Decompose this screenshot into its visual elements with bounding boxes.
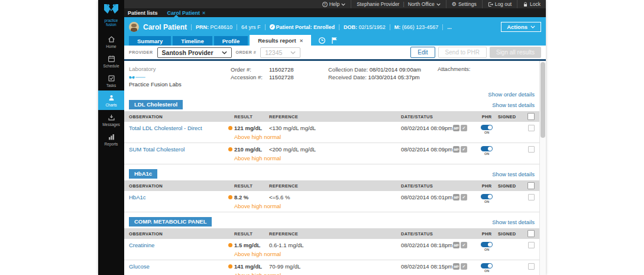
abnormal-dot — [228, 126, 232, 130]
result-value: 121 mg/dL — [234, 125, 262, 131]
show-test-details-link[interactable]: Show test details — [492, 102, 535, 108]
order-number-dropdown[interactable]: 12345 — [260, 47, 300, 58]
select-all-checkbox[interactable] — [528, 230, 535, 237]
mp-badge[interactable]: MP — [453, 242, 459, 248]
sidebar-item-label: Reports — [105, 142, 118, 146]
tab-patient-lists[interactable]: Patient lists — [128, 10, 158, 16]
mp-badge[interactable]: MP — [453, 194, 459, 200]
mp-badge[interactable]: MP — [453, 125, 459, 131]
actions-button[interactable]: Actions — [501, 22, 541, 32]
sign-checkbox[interactable] — [528, 125, 535, 131]
sign-all-results-button[interactable]: Sign all results — [490, 47, 541, 58]
signed-check-icon[interactable]: ✓ — [461, 263, 467, 270]
sign-checkbox[interactable] — [528, 263, 535, 270]
schedule-icon — [108, 55, 115, 63]
observation-link[interactable]: Glucose — [129, 263, 150, 270]
result-row: HbA1c 8.2 % Above high normal <=5.6 % 08… — [124, 191, 539, 212]
phr-state: ON — [484, 248, 489, 251]
flag-icon[interactable] — [331, 37, 338, 44]
collection-date: Collection Date: 08/01/2014 09:00am — [328, 66, 438, 73]
section-title-badge: COMP. METABOLIC PANEL — [129, 217, 212, 227]
patient-tab-bar: Patient lists Carol Patient × — [124, 8, 546, 17]
show-test-details-link[interactable]: Show test details — [492, 171, 535, 177]
logout-button[interactable]: Log out — [482, 0, 517, 8]
patient-dob: DOB: 02/15/1952 — [344, 24, 386, 30]
logout-icon — [488, 2, 493, 7]
mp-badge[interactable]: MP — [453, 263, 459, 270]
signed-check-icon[interactable]: ✓ — [461, 242, 467, 248]
phr-state: ON — [484, 131, 489, 134]
phr-state: ON — [484, 152, 489, 156]
signed-check-icon[interactable]: ✓ — [461, 146, 467, 153]
sign-checkbox[interactable] — [528, 146, 535, 153]
tab-profile[interactable]: Profile — [214, 36, 248, 46]
sidebar-item-reports[interactable]: Reports — [98, 130, 124, 149]
signed-check-icon[interactable]: ✓ — [461, 125, 467, 131]
phr-toggle[interactable] — [481, 146, 493, 151]
close-icon[interactable]: × — [202, 10, 205, 16]
results-toolbar: PROVIDER Santosh Provider ORDER # 12345 … — [124, 46, 546, 59]
order-no-value: 11502728 — [269, 66, 328, 73]
abnormal-flag: Above high normal — [234, 251, 281, 257]
mp-badge[interactable]: MP — [453, 146, 459, 153]
phr-toggle[interactable] — [481, 242, 493, 247]
lock-button[interactable]: Lock — [517, 0, 546, 8]
sidebar-item-label: Tasks — [106, 83, 116, 88]
close-icon[interactable]: × — [300, 37, 303, 44]
select-all-checkbox[interactable] — [528, 182, 535, 189]
tab-results-report[interactable]: Results report × — [250, 35, 311, 46]
result-row: Total LDL Cholesterol - Direct 121 mg/dL… — [124, 122, 539, 143]
sign-checkbox[interactable] — [528, 194, 535, 200]
sidebar-item-label: Schedule — [103, 64, 119, 68]
chevron-down-icon — [436, 3, 441, 6]
phr-toggle[interactable] — [481, 263, 493, 268]
history-clock-icon[interactable] — [318, 37, 326, 44]
practice-fusion-logo-icon[interactable] — [103, 0, 119, 18]
result-value: 141 mg/dL — [234, 263, 262, 270]
sidebar-item-label: Messages — [102, 122, 120, 127]
show-test-details-link[interactable]: Show test details — [492, 219, 535, 225]
scrollbar-thumb[interactable] — [541, 62, 545, 138]
more-ellipsis[interactable]: ... — [447, 24, 452, 30]
observation-link[interactable]: SUM Total Cholesterol — [129, 146, 185, 153]
patient-tab-label: Carol Patient — [167, 10, 200, 16]
select-all-checkbox[interactable] — [528, 113, 535, 120]
tab-timeline[interactable]: Timeline — [173, 36, 212, 46]
results-tab-label: Results report — [258, 37, 296, 44]
patient-name: Carol Patient — [143, 23, 187, 31]
show-order-details-link[interactable]: Show order details — [488, 91, 535, 98]
sidebar-item-messages[interactable]: Messages — [98, 110, 124, 130]
table-header: OBSERVATION RESULT REFERENCE DATE/STATUS… — [124, 111, 539, 122]
sidebar-item-home[interactable]: Home — [98, 32, 124, 51]
chart-tab-bar: Summary Timeline Profile Results report … — [124, 35, 546, 46]
edit-button[interactable]: Edit — [410, 47, 435, 58]
observation-link[interactable]: HbA1c — [129, 194, 146, 200]
phr-toggle[interactable] — [481, 125, 493, 130]
tab-carol-patient[interactable]: Carol Patient × — [167, 10, 206, 16]
sidebar-item-charts[interactable]: Charts — [98, 90, 124, 110]
actions-label: Actions — [507, 24, 528, 30]
signed-check-icon[interactable]: ✓ — [461, 194, 467, 200]
current-user: Stephanie Provider — [357, 1, 399, 7]
user-office-menu[interactable]: Stephanie Provider | North Office — [351, 0, 446, 8]
received-date: Received Date: 10/30/2014 05:37pm — [328, 73, 438, 81]
tasks-icon — [108, 75, 115, 82]
tab-summary[interactable]: Summary — [129, 36, 171, 46]
sign-checkbox[interactable] — [528, 242, 535, 248]
settings-button[interactable]: ⚙ Settings — [446, 0, 482, 8]
send-to-phr-button[interactable]: Send to PHR — [438, 47, 487, 58]
vertical-scrollbar[interactable] — [539, 61, 546, 275]
date-status: 08/02/2014 08:09pm — [401, 125, 453, 131]
help-menu[interactable]: ? Help — [317, 0, 351, 8]
home-icon — [108, 35, 115, 43]
sidebar-item-schedule[interactable]: Schedule — [98, 51, 124, 71]
result-row: SUM Total Cholesterol 210 mg/dL Above hi… — [124, 143, 539, 164]
provider-dropdown[interactable]: Santosh Provider — [157, 47, 232, 58]
patient-avatar[interactable] — [129, 22, 139, 32]
observation-link[interactable]: Total LDL Cholesterol - Direct — [129, 125, 202, 131]
lab-info: Laboratory Practice Fusion Labs Order #:… — [124, 61, 539, 88]
phr-toggle[interactable] — [481, 194, 493, 199]
observation-link[interactable]: Creatinine — [129, 242, 154, 248]
sidebar-item-tasks[interactable]: Tasks — [98, 71, 124, 90]
reference-range: <130 mg/dL mg/dL — [269, 125, 401, 131]
